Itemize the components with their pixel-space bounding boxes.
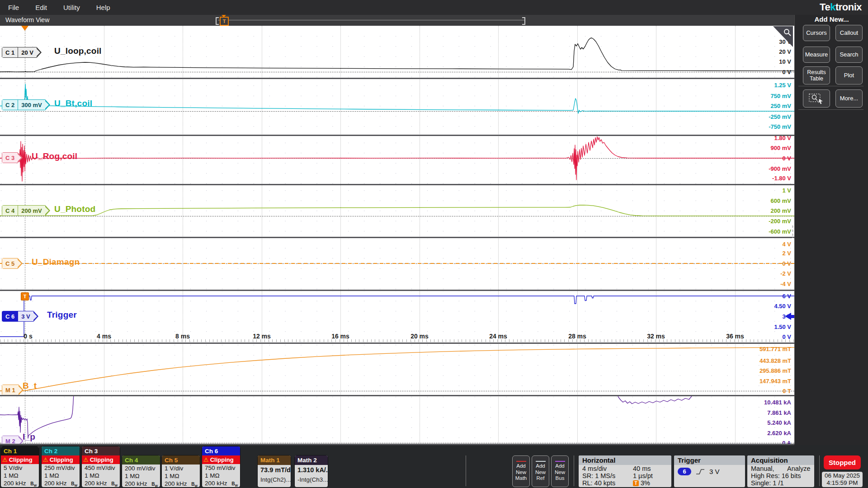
channel-name-m1: M 1: [2, 385, 19, 395]
math-badge-2[interactable]: Math 21.310 kA/...-Intg(Ch3...: [295, 455, 328, 487]
channel-badge-c4[interactable]: C 4200 mV: [2, 205, 50, 216]
math-badge-title: Math 2: [295, 455, 328, 465]
channel-slice-c1: 30 V20 V10 V0 VC 120 VU_loop,coil: [0, 26, 794, 78]
datetime-display: 06 May 2025 4:15:59 PM: [822, 472, 863, 487]
trace-c1: [0, 26, 794, 78]
add-new-math-button[interactable]: AddNewMath: [512, 455, 530, 487]
add-new-ref-button[interactable]: AddNewRef: [532, 455, 549, 487]
trigger-source-badge: 6: [678, 468, 691, 475]
scale-label-c3: 0 V: [782, 155, 791, 162]
horizontal-panel-title: Horizontal: [579, 455, 671, 465]
minimap-trigger-flag[interactable]: T: [220, 17, 229, 26]
scale-label-c6: 1.50 V: [774, 324, 791, 330]
ch-badge-6[interactable]: Ch 6⚠Clipping750 mV/div1 MΩ200 kHzBW: [202, 446, 240, 487]
channel-badge-c3[interactable]: C 3: [2, 152, 23, 163]
waveform-view-titlebar: Waveform View T: [0, 15, 794, 26]
ch-badge-row: 1 MΩ: [42, 472, 80, 479]
ch-badge-1[interactable]: Ch 1⚠Clipping5 V/div1 MΩ200 kHzBW: [1, 446, 39, 487]
add-button-color-bar: [555, 461, 565, 462]
sidebar-button-results-table[interactable]: Results Table: [803, 66, 830, 84]
ch-badge-5[interactable]: Ch 51 V/div1 MΩ200 kHzBW: [162, 455, 200, 487]
badge-arrow-tip: [37, 47, 42, 58]
clipping-warning: ⚠Clipping: [42, 455, 80, 464]
bandwidth-limit-icon: BW: [71, 480, 77, 487]
channel-badge-m1[interactable]: M 1: [2, 385, 24, 395]
horizontal-left-value: RL: 40 kpts: [582, 479, 615, 487]
menu-utility[interactable]: Utility: [63, 4, 80, 11]
ch-badge-3[interactable]: Ch 3⚠Clipping450 mV/div1 MΩ200 kHzBW: [82, 446, 120, 487]
sidebar-button-search[interactable]: Search: [835, 47, 863, 63]
ch-badge-row: 1 V/div: [162, 465, 200, 472]
menu-edit[interactable]: Edit: [35, 4, 47, 11]
horizontal-panel[interactable]: Horizontal 4 ms/div40 msSR: 1 MS/s1 µs/p…: [579, 455, 671, 487]
ch-badge-4[interactable]: Ch 4200 mV/div1 MΩ200 kHzBW: [122, 455, 160, 487]
scale-label-m1: 591.771 mT: [760, 346, 791, 352]
math-scale: 73.9 mT/div: [258, 465, 291, 475]
menu-help[interactable]: Help: [96, 4, 110, 11]
sidebar-button-zoom-select[interactable]: [803, 89, 830, 108]
sidebar-button-plot[interactable]: Plot: [835, 66, 863, 84]
scale-label-c1: 10 V: [779, 58, 791, 65]
trigger-panel[interactable]: Trigger 6 3 V: [674, 455, 745, 487]
channel-scale-c1: 20 V: [18, 47, 37, 57]
scale-label-m2: 10.481 kA: [764, 399, 791, 406]
badge-box-c1: C 120 V: [2, 47, 37, 58]
sidebar-button-cursors[interactable]: Cursors: [803, 25, 830, 41]
ch-badge-row: 200 kHzBW: [42, 479, 80, 487]
trace-c2: [0, 79, 794, 135]
channel-badge-c2[interactable]: C 2300 mV: [2, 99, 50, 110]
channel-badge-m2[interactable]: M 2: [2, 436, 24, 444]
ch-badge-row: 200 kHzBW: [202, 479, 240, 487]
clipping-label: Clipping: [210, 456, 234, 463]
trace-label-c5: U_Diamagn: [32, 257, 80, 267]
channel-name-c4: C 4: [2, 206, 18, 216]
ch-badge-row: 450 mV/div: [82, 464, 120, 472]
horizontal-left-value: SR: 1 MS/s: [582, 472, 615, 479]
add-button-label-line: Ref: [532, 475, 549, 482]
math-function: Intg(Ch2)...: [258, 475, 291, 485]
menu-file[interactable]: File: [8, 4, 19, 11]
ch-badge-row: 1 MΩ: [162, 472, 200, 480]
add-new-bus-button[interactable]: AddNewBus: [551, 455, 569, 487]
channel-name-m2: M 2: [2, 436, 19, 444]
horizontal-row: 4 ms/div40 ms: [579, 465, 671, 472]
badge-box-m2: M 2: [2, 436, 19, 444]
sidebar-button-callout[interactable]: Callout: [835, 25, 863, 41]
time-label: 36 ms: [726, 333, 744, 340]
sidebar-button-measure[interactable]: Measure: [803, 47, 830, 63]
scale-label-m1: 147.943 mT: [760, 378, 791, 385]
channel-badge-c1[interactable]: C 120 V: [2, 47, 42, 58]
trace-label-c3: U_Rog,coil: [32, 151, 77, 161]
badge-arrow-tip: [45, 99, 50, 110]
horizontal-row: SR: 1 MS/s1 µs/pt: [579, 472, 671, 479]
badge-arrow-tip: [45, 205, 50, 216]
clipping-warning: ⚠Clipping: [1, 455, 39, 464]
time-label: 16 ms: [331, 333, 349, 340]
run-stop-status[interactable]: Stopped: [824, 455, 861, 469]
acq-resolution: High Res: 16 bits: [747, 472, 814, 479]
trigger-source-flag-icon: T: [21, 292, 29, 300]
scale-label-c2: -250 mV: [769, 113, 791, 120]
ch-badge-row: 200 mV/div: [122, 465, 160, 472]
time-axis-ticks: [0, 339, 794, 342]
scale-label-c1: 20 V: [779, 48, 791, 55]
sidebar: Add New... CursorsCalloutMeasureSearchRe…: [794, 15, 868, 444]
ch-badge-row: 200 kHzBW: [1, 479, 39, 487]
trigger-level-arrow-icon[interactable]: [785, 313, 794, 320]
channel-badge-c6[interactable]: C 63 V: [2, 311, 38, 322]
math-badge-1[interactable]: Math 173.9 mT/divIntg(Ch2)...: [258, 455, 291, 487]
trigger-position-marker-icon[interactable]: [21, 26, 28, 31]
badge-arrow-tip: [18, 152, 23, 163]
ch-badge-2[interactable]: Ch 2⚠Clipping250 mV/div1 MΩ200 kHzBW: [42, 446, 80, 487]
ch-badge-row: 200 kHzBW: [162, 480, 200, 487]
channel-badge-c5[interactable]: C 5: [2, 258, 23, 269]
sidebar-button-more[interactable]: More...: [835, 89, 863, 108]
slice-separator: [0, 343, 794, 344]
time-label: 32 ms: [647, 333, 665, 340]
acquisition-panel[interactable]: Acquisition Manual,Analyze High Res: 16 …: [747, 455, 814, 487]
settings-bar: Horizontal 4 ms/div40 msSR: 1 MS/s1 µs/p…: [0, 445, 868, 488]
warning-icon: ⚠: [43, 457, 48, 463]
warning-icon: ⚠: [83, 457, 89, 463]
badge-box-c3: C 3: [2, 152, 18, 163]
clipping-warning: ⚠Clipping: [202, 455, 240, 464]
